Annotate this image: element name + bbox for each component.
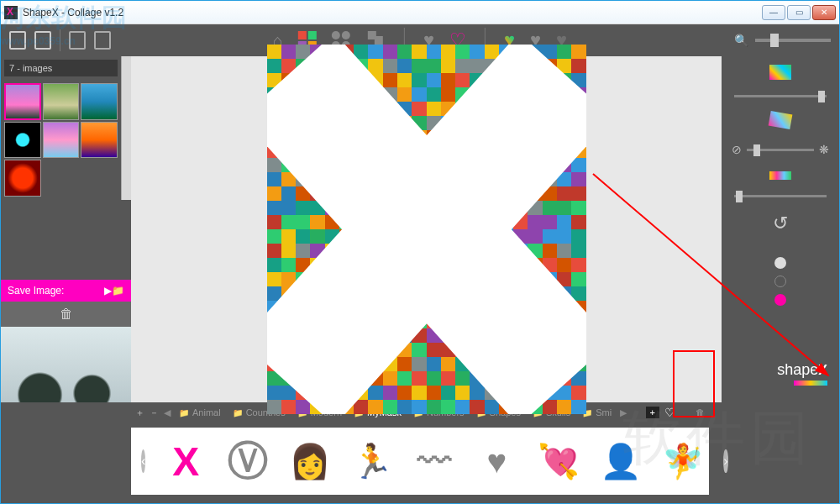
shape-5[interactable]: ♥ bbox=[471, 436, 522, 486]
thumbnail-grid bbox=[1, 80, 121, 200]
save-label: Save Image: bbox=[8, 285, 64, 297]
output-preview bbox=[1, 327, 131, 402]
thumb-7[interactable] bbox=[4, 160, 41, 197]
sidebar-scrollbar[interactable] bbox=[121, 56, 131, 200]
shape-2[interactable]: 👩 bbox=[285, 436, 335, 486]
image-count-label: 7 - images bbox=[4, 60, 118, 76]
copy-icon[interactable] bbox=[69, 31, 86, 50]
thumb-5[interactable] bbox=[43, 122, 80, 159]
brand-logo: shapeX bbox=[727, 361, 834, 386]
delete-icon[interactable]: 🗑 bbox=[60, 307, 73, 322]
add-category-button[interactable]: + bbox=[646, 407, 659, 418]
overlap-icon bbox=[769, 111, 793, 129]
opacity-slider[interactable] bbox=[747, 149, 814, 151]
size-slider[interactable] bbox=[734, 195, 827, 197]
shape-7[interactable]: 👤 bbox=[596, 436, 646, 486]
open-image-icon[interactable] bbox=[34, 31, 51, 50]
open-folder-icon[interactable] bbox=[9, 31, 26, 50]
shape-0[interactable]: X bbox=[160, 436, 211, 486]
opacity-max-icon: ❋ bbox=[819, 143, 829, 156]
thumb-4[interactable] bbox=[4, 122, 41, 159]
cat-add-icon[interactable]: ＋ bbox=[135, 407, 144, 419]
shapes-next-button[interactable]: › bbox=[723, 449, 727, 473]
maximize-button[interactable]: ▭ bbox=[787, 5, 811, 20]
save-icon[interactable] bbox=[94, 31, 111, 50]
shape-1[interactable]: Ⓥ bbox=[223, 436, 273, 486]
thumb-2[interactable] bbox=[43, 83, 80, 120]
titlebar: ShapeX - Collage v1.2 — ▭ ✕ bbox=[1, 1, 839, 24]
bg-custom-button[interactable] bbox=[774, 294, 786, 306]
close-button[interactable]: ✕ bbox=[812, 5, 836, 20]
scatter-slider[interactable] bbox=[734, 95, 827, 97]
save-arrow-icon: ▶📁 bbox=[104, 285, 124, 297]
right-panel: ⊘ ❋ ↺ shapeX bbox=[722, 56, 839, 402]
bg-dark-button[interactable] bbox=[774, 276, 786, 287]
save-image-button[interactable]: Save Image: ▶📁 bbox=[1, 280, 131, 302]
cat-next-icon[interactable]: ▶ bbox=[620, 407, 627, 418]
shape-4[interactable]: 〰 bbox=[409, 436, 459, 486]
scatter-icon bbox=[769, 65, 791, 80]
app-icon bbox=[4, 6, 18, 19]
shapes-prev-button[interactable]: ‹ bbox=[141, 449, 145, 473]
background-color-picker bbox=[774, 257, 786, 306]
shape-3[interactable]: 🏃 bbox=[347, 436, 397, 486]
annotation-box bbox=[673, 350, 715, 417]
size-icon bbox=[769, 171, 791, 180]
canvas[interactable] bbox=[131, 56, 722, 402]
zoom-slider[interactable] bbox=[755, 39, 831, 42]
opacity-min-icon: ⊘ bbox=[732, 143, 742, 156]
shape-8[interactable]: 🧚 bbox=[658, 436, 708, 486]
cat-remove-icon[interactable]: － bbox=[150, 407, 159, 419]
shape-6[interactable]: 💘 bbox=[533, 436, 584, 486]
minimize-button[interactable]: — bbox=[762, 5, 785, 20]
thumb-6[interactable] bbox=[81, 122, 118, 159]
cat-prev-icon[interactable]: ◀ bbox=[164, 407, 171, 418]
category-animal[interactable]: 📁Animal bbox=[176, 406, 224, 419]
thumb-1[interactable] bbox=[4, 83, 41, 120]
thumb-3[interactable] bbox=[81, 83, 118, 120]
reset-button[interactable]: ↺ bbox=[773, 213, 788, 234]
window-title: ShapeX - Collage v1.2 bbox=[23, 7, 123, 18]
bg-white-button[interactable] bbox=[774, 257, 786, 269]
image-sidebar: 7 - images Save Ima bbox=[1, 56, 131, 402]
zoom-icon: 🔍 bbox=[734, 34, 748, 47]
collage-output bbox=[267, 45, 586, 414]
shape-strip: ‹ XⓋ👩🏃〰♥💘👤🧚 › bbox=[131, 428, 709, 495]
